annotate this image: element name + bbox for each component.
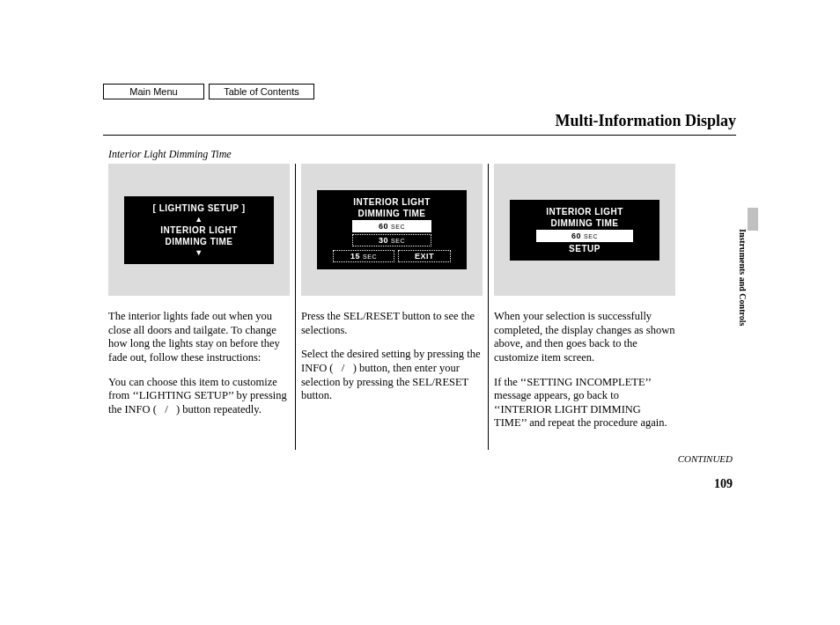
column-2-text: Press the SEL/RESET button to see the se… [301, 310, 483, 403]
lcd-header: [ LIGHTING SETUP ] [131, 203, 267, 213]
paragraph: The interior lights fade out when you cl… [108, 310, 290, 365]
screen-illustration-3: INTERIOR LIGHT DIMMING TIME 60 SEC SETUP [494, 164, 675, 296]
lcd-bottom-row: 15 SEC EXIT [324, 248, 460, 264]
lcd-option-60: 60 SEC [352, 220, 431, 232]
lcd-setup: SETUP [517, 244, 652, 254]
lcd-line: INTERIOR LIGHT [324, 197, 460, 207]
lcd-line: DIMMING TIME [324, 209, 460, 218]
screen-illustration-1: [ LIGHTING SETUP ] ▲ INTERIOR LIGHT DIMM… [108, 164, 290, 296]
content-columns: [ LIGHTING SETUP ] ▲ INTERIOR LIGHT DIMM… [103, 164, 681, 450]
page-number: 109 [714, 477, 733, 491]
paragraph: If the ‘‘SETTING INCOMPLETE’’ message ap… [494, 376, 675, 431]
paragraph: Select the desired setting by pressing t… [301, 348, 483, 403]
paragraph: Press the SEL/RESET button to see the se… [301, 310, 483, 337]
screen-illustration-2: INTERIOR LIGHT DIMMING TIME 60 SEC 30 SE… [301, 164, 483, 296]
side-tab [748, 208, 758, 231]
column-1-text: The interior lights fade out when you cl… [108, 310, 290, 416]
lcd-screen-2: INTERIOR LIGHT DIMMING TIME 60 SEC 30 SE… [317, 190, 467, 269]
up-arrow-icon: ▲ [131, 215, 267, 224]
down-arrow-icon: ▼ [131, 248, 267, 257]
lcd-option-30: 30 SEC [352, 234, 431, 246]
column-1: [ LIGHTING SETUP ] ▲ INTERIOR LIGHT DIMM… [103, 164, 295, 450]
lcd-line: INTERIOR LIGHT [517, 207, 652, 217]
lcd-screen-1: [ LIGHTING SETUP ] ▲ INTERIOR LIGHT DIMM… [124, 196, 274, 264]
page-title: Multi-Information Display [555, 112, 736, 130]
nav-buttons: Main Menu Table of Contents [103, 84, 314, 99]
lcd-line: DIMMING TIME [517, 218, 652, 228]
column-2: INTERIOR LIGHT DIMMING TIME 60 SEC 30 SE… [296, 164, 488, 450]
lcd-option-selected: 60 SEC [536, 230, 633, 242]
lcd-line: DIMMING TIME [131, 237, 267, 246]
main-menu-button[interactable]: Main Menu [103, 84, 204, 99]
lcd-screen-3: INTERIOR LIGHT DIMMING TIME 60 SEC SETUP [510, 200, 659, 261]
column-3: INTERIOR LIGHT DIMMING TIME 60 SEC SETUP… [489, 164, 681, 450]
lcd-option-15: 15 SEC [333, 250, 394, 262]
continued-label: CONTINUED [678, 453, 733, 464]
paragraph: You can choose this item to customize fr… [108, 376, 290, 417]
lcd-line: INTERIOR LIGHT [131, 225, 267, 235]
section-heading: Interior Light Dimming Time [108, 148, 232, 161]
paragraph: When your selection is successfully comp… [494, 310, 675, 365]
lcd-exit: EXIT [398, 250, 451, 262]
title-rule [103, 135, 736, 136]
side-section-label: Instruments and Controls [738, 229, 748, 326]
toc-button[interactable]: Table of Contents [209, 84, 314, 99]
column-3-text: When your selection is successfully comp… [494, 310, 675, 430]
